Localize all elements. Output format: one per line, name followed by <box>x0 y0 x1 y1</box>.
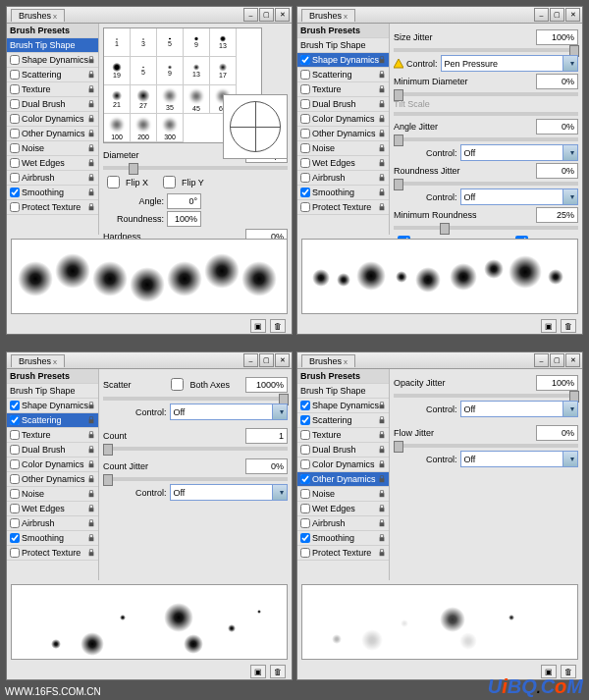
checkbox[interactable] <box>300 445 310 455</box>
sidebar-wet-edges[interactable]: Wet Edges <box>7 156 98 171</box>
checkbox[interactable] <box>10 430 20 440</box>
sidebar-dual-brush[interactable]: Dual Brush <box>297 97 389 112</box>
new-icon[interactable]: ▣ <box>541 319 557 333</box>
close-icon[interactable]: x <box>344 12 348 21</box>
checkbox[interactable] <box>10 401 20 410</box>
sidebar-other-dynamics[interactable]: Other Dynamics <box>7 472 98 487</box>
brush-cell[interactable]: 9 <box>157 57 184 85</box>
sidebar-color-dynamics[interactable]: Color Dynamics <box>297 112 389 127</box>
opacity-jitter-field[interactable]: 100% <box>536 375 578 391</box>
close-icon[interactable]: x <box>344 357 348 366</box>
brush-cell[interactable]: 35 <box>157 85 184 114</box>
sidebar-noise[interactable]: Noise <box>297 487 389 502</box>
brush-tip-shape[interactable]: Brush Tip Shape <box>7 38 98 53</box>
checkbox[interactable] <box>10 518 20 528</box>
checkbox[interactable] <box>300 114 310 124</box>
trash-icon[interactable]: 🗑 <box>561 319 576 333</box>
brush-presets[interactable]: Brush Presets <box>297 369 389 384</box>
checkbox[interactable] <box>10 489 20 499</box>
sidebar-wet-edges[interactable]: Wet Edges <box>297 156 389 171</box>
checkbox[interactable] <box>300 55 310 65</box>
sidebar-smoothing[interactable]: Smoothing <box>7 531 98 546</box>
brush-cell[interactable]: 17 <box>210 57 237 85</box>
sidebar-other-dynamics[interactable]: Other Dynamics <box>297 472 389 487</box>
brush-tip-shape[interactable]: Brush Tip Shape <box>297 38 389 53</box>
sidebar-texture[interactable]: Texture <box>297 82 389 97</box>
sidebar-protect-texture[interactable]: Protect Texture <box>7 200 98 215</box>
minimize-button[interactable]: – <box>243 353 258 367</box>
maximize-button[interactable]: ▢ <box>550 353 564 367</box>
checkbox[interactable] <box>10 158 20 168</box>
checkbox[interactable] <box>300 143 310 153</box>
control-dropdown[interactable]: Pen Pressure <box>441 55 578 72</box>
close-button[interactable]: ✕ <box>275 8 290 22</box>
sidebar-scattering[interactable]: Scattering <box>7 68 98 82</box>
checkbox[interactable] <box>300 489 310 499</box>
brush-cell[interactable]: 3 <box>131 28 157 57</box>
sidebar-dual-brush[interactable]: Dual Brush <box>7 443 98 458</box>
flow-jitter-slider[interactable] <box>394 444 578 448</box>
trash-icon[interactable]: 🗑 <box>270 319 286 333</box>
count-field[interactable]: 1 <box>245 428 288 444</box>
brush-cell[interactable]: 27 <box>131 85 157 114</box>
sidebar-wet-edges[interactable]: Wet Edges <box>7 502 98 516</box>
sidebar-shape-dynamics[interactable]: Shape Dynamics <box>7 53 98 68</box>
sidebar-protect-texture[interactable]: Protect Texture <box>297 546 389 561</box>
sidebar-color-dynamics[interactable]: Color Dynamics <box>7 112 98 127</box>
checkbox[interactable] <box>10 459 20 469</box>
minimize-button[interactable]: – <box>243 8 258 22</box>
sidebar-protect-texture[interactable]: Protect Texture <box>7 546 98 561</box>
sidebar-noise[interactable]: Noise <box>297 141 389 156</box>
brush-cell[interactable]: 19 <box>104 57 131 85</box>
count-jitter-slider[interactable] <box>103 477 288 481</box>
checkbox[interactable] <box>10 202 20 212</box>
control-dropdown[interactable]: Off <box>460 451 578 467</box>
angle-jitter-slider[interactable] <box>394 137 578 141</box>
min-diameter-slider[interactable] <box>394 92 578 96</box>
maximize-button[interactable]: ▢ <box>550 8 564 22</box>
checkbox[interactable] <box>300 202 310 212</box>
checkbox[interactable] <box>10 55 20 65</box>
checkbox[interactable] <box>10 445 20 455</box>
brush-presets[interactable]: Brush Presets <box>297 24 389 38</box>
maximize-button[interactable]: ▢ <box>259 353 274 367</box>
close-button[interactable]: ✕ <box>565 8 580 22</box>
sidebar-shape-dynamics[interactable]: Shape Dynamics <box>297 53 389 68</box>
close-icon[interactable]: x <box>53 357 57 366</box>
sidebar-wet-edges[interactable]: Wet Edges <box>297 502 389 516</box>
brush-cell[interactable]: 5 <box>131 57 157 85</box>
checkbox[interactable] <box>300 518 310 528</box>
sidebar-color-dynamics[interactable]: Color Dynamics <box>7 458 98 472</box>
control-dropdown[interactable]: Off <box>170 404 288 420</box>
brush-tip-shape[interactable]: Brush Tip Shape <box>297 384 389 399</box>
brush-cell[interactable]: 200 <box>131 114 157 142</box>
sidebar-smoothing[interactable]: Smoothing <box>297 531 389 546</box>
roundness-jitter-field[interactable]: 0% <box>536 163 578 179</box>
checkbox[interactable] <box>10 533 20 543</box>
checkbox[interactable] <box>300 459 310 469</box>
min-roundness-slider[interactable] <box>394 226 578 230</box>
new-icon[interactable]: ▣ <box>250 665 266 678</box>
sidebar-dual-brush[interactable]: Dual Brush <box>7 97 98 112</box>
flipy-checkbox[interactable] <box>163 176 176 188</box>
checkbox[interactable] <box>300 548 310 558</box>
sidebar-airbrush[interactable]: Airbrush <box>7 171 98 186</box>
sidebar-color-dynamics[interactable]: Color Dynamics <box>297 458 389 472</box>
brush-presets[interactable]: Brush Presets <box>7 24 98 38</box>
sidebar-scattering[interactable]: Scattering <box>297 68 389 82</box>
new-icon[interactable]: ▣ <box>250 319 266 333</box>
tab-brushes[interactable]: Brushesx <box>301 354 355 367</box>
checkbox[interactable] <box>300 474 310 484</box>
control-dropdown[interactable]: Off <box>460 188 578 205</box>
count-slider[interactable] <box>103 447 288 451</box>
control-dropdown[interactable]: Off <box>170 484 288 501</box>
size-jitter-slider[interactable] <box>394 48 578 52</box>
checkbox[interactable] <box>10 129 20 138</box>
tab-brushes[interactable]: Brushesx <box>301 9 355 22</box>
sidebar-airbrush[interactable]: Airbrush <box>7 516 98 531</box>
checkbox[interactable] <box>10 504 20 513</box>
maximize-button[interactable]: ▢ <box>259 8 274 22</box>
tab-brushes[interactable]: Brushesx <box>11 9 65 22</box>
brush-cell[interactable]: 21 <box>104 85 131 114</box>
roundness-jitter-slider[interactable] <box>394 182 578 186</box>
